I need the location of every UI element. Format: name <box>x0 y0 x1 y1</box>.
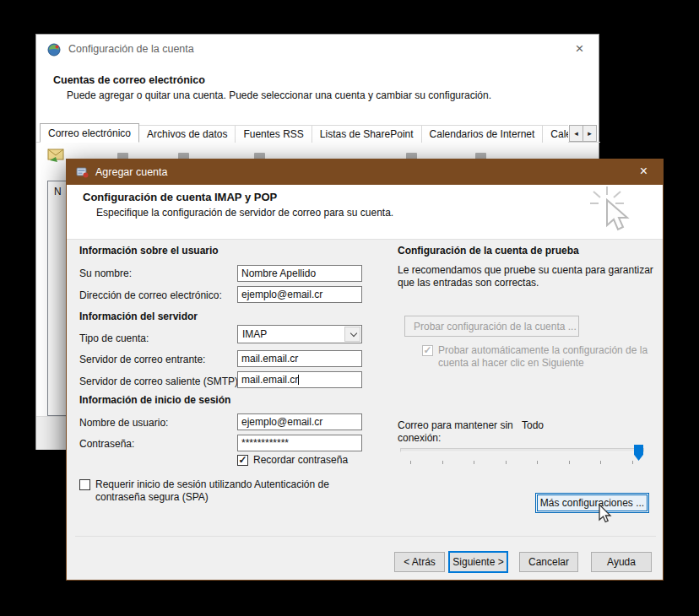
tab-listas-sharepoint[interactable]: Listas de SharePoint <box>312 125 422 143</box>
password-label: Contraseña: <box>79 438 134 450</box>
slider-tick <box>442 461 443 464</box>
account-settings-icon <box>47 43 61 57</box>
accounts-description: Puede agregar o quitar una cuenta. Puede… <box>67 89 491 101</box>
footer-divider <box>75 536 656 537</box>
dialog-heading: Configuración de cuenta IMAP y POP <box>83 191 277 203</box>
new-account-envelope-icon[interactable] <box>47 149 66 162</box>
checkbox-checked-disabled-icon: ✓ <box>422 345 433 356</box>
add-account-dialog: Agregar cuenta × Configuración de cuenta… <box>66 159 664 581</box>
dialog-title: Agregar cuenta <box>95 166 167 178</box>
section-logon-info: Información de inicio de sesión <box>79 394 230 406</box>
tab-calendarios-internet[interactable]: Calendarios de Internet <box>421 125 544 143</box>
add-account-icon <box>75 165 89 179</box>
email-label: Dirección de correo electrónico: <box>79 289 222 301</box>
next-button[interactable]: Siguiente > <box>448 551 508 573</box>
section-test-account: Configuración de la cuenta de prueba <box>398 245 579 257</box>
help-button[interactable]: Ayuda <box>591 552 652 572</box>
spa-checkbox[interactable]: Requerir inicio de sesión utilizando Aut… <box>79 479 350 504</box>
username-label: Nombre de usuario: <box>79 417 168 429</box>
slider-tick <box>537 461 538 464</box>
name-label: Su nombre: <box>79 267 132 279</box>
spa-label: Requerir inicio de sesión utilizando Aut… <box>95 478 350 504</box>
checkbox-checked-icon: ✓ <box>237 455 248 466</box>
outgoing-server-label: Servidor de correo saliente (SMTP): <box>79 376 241 387</box>
test-account-button: Probar configuración de la cuenta ... <box>404 316 579 337</box>
remember-password-label: Recordar contraseña <box>253 454 348 466</box>
offline-mail-slider-track[interactable] <box>400 448 644 452</box>
tab-scroll-left-icon[interactable]: ◂ <box>569 125 583 142</box>
offline-mail-slider-thumb[interactable] <box>634 445 643 461</box>
dialog-header: Configuración de cuenta IMAP y POP Espec… <box>67 185 663 240</box>
tab-scroll-right-icon[interactable]: ▸ <box>582 125 597 142</box>
tabs: Correo electrónico Archivos de datos Fue… <box>40 123 568 143</box>
slider-tick <box>569 461 570 464</box>
remember-password-checkbox[interactable]: ✓ Recordar contraseña <box>237 455 423 466</box>
window-title: Configuración de la cuenta <box>68 43 194 55</box>
outgoing-server-field[interactable]: mail.email.cr <box>237 371 362 388</box>
test-description: Le recomendamos que pruebe su cuenta par… <box>398 264 668 289</box>
close-icon[interactable]: × <box>625 159 663 185</box>
text-caret <box>298 375 299 385</box>
cancel-button[interactable]: Cancelar <box>519 552 578 572</box>
click-cursor-graphic <box>588 185 641 237</box>
auto-test-checkbox: ✓ Probar automáticamente la configuració… <box>422 345 658 370</box>
close-icon[interactable]: × <box>561 35 599 65</box>
tab-calendarios-publicados[interactable]: Calendarios pul <box>542 125 568 143</box>
add-account-titlebar[interactable]: Agregar cuenta × <box>67 159 663 185</box>
tab-scroll-buttons: ◂ ▸ <box>570 125 597 142</box>
arrow-cursor <box>598 504 613 524</box>
outgoing-server-value: mail.email.cr <box>241 374 298 386</box>
tab-archivos-de-datos[interactable]: Archivos de datos <box>138 125 236 143</box>
incoming-server-field[interactable]: mail.email.cr <box>237 350 362 367</box>
name-field[interactable]: Nombre Apellido <box>237 265 362 282</box>
username-field[interactable]: ejemplo@email.cr <box>237 413 362 430</box>
account-type-value: IMAP <box>242 328 267 340</box>
email-field[interactable]: ejemplo@email.cr <box>237 286 362 303</box>
offline-mail-value: Todo <box>522 419 544 431</box>
back-button[interactable]: < Atrás <box>394 552 445 572</box>
tab-correo-electronico[interactable]: Correo electrónico <box>40 123 139 143</box>
slider-tick <box>410 461 411 464</box>
offline-mail-label: Correo para mantener sin conexión: <box>398 419 524 445</box>
auto-test-label: Probar automáticamente la configuración … <box>438 344 658 370</box>
checkbox-unchecked-icon <box>79 479 90 490</box>
password-field[interactable]: ************ <box>237 435 362 451</box>
slider-tick <box>506 461 507 464</box>
desktop: Configuración de la cuenta × Cuentas de … <box>0 0 699 616</box>
section-user-info: Información sobre el usuario <box>79 245 219 257</box>
account-type-select[interactable]: IMAP <box>237 325 362 343</box>
dialog-subheading: Especifique la configuración de servidor… <box>96 207 393 219</box>
accounts-heading: Cuentas de correo electrónico <box>53 74 205 86</box>
account-settings-titlebar[interactable]: Configuración de la cuenta × <box>36 35 599 65</box>
tab-strip: Correo electrónico Archivos de datos Fue… <box>36 123 600 143</box>
slider-tick <box>474 461 474 464</box>
tab-fuentes-rss[interactable]: Fuentes RSS <box>235 125 312 143</box>
account-type-label: Tipo de cuenta: <box>79 332 149 344</box>
more-settings-button[interactable]: Más configuraciones ... <box>535 493 649 513</box>
accounts-list-header: N <box>54 186 62 197</box>
section-server-info: Información del servidor <box>79 311 198 322</box>
incoming-server-label: Servidor de correo entrante: <box>79 354 205 365</box>
slider-tick <box>632 461 633 464</box>
slider-tick <box>600 461 601 464</box>
